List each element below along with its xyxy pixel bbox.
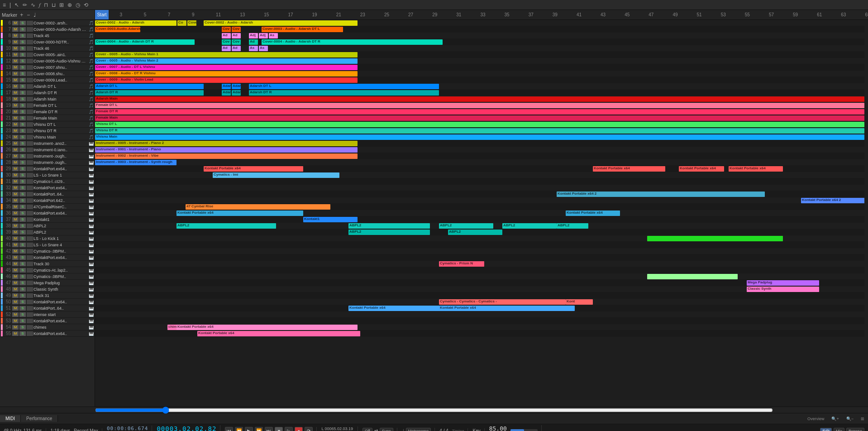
mute-btn-52[interactable]: M [12,312,19,317]
clip-8-0[interactable]: Ad [222,33,231,38]
clip-8-4[interactable]: As [269,33,278,38]
track-lane-20[interactable]: Female DT R [95,109,864,115]
clip-35-0[interactable]: 47 Cymbal Rise [186,204,330,210]
record-arm-btn-50[interactable] [27,300,33,304]
track-lane-51[interactable]: Kontakt Portable x64Kontakt Portable x64 [95,305,864,311]
mute-btn-55[interactable]: M [12,331,19,336]
edit-btn[interactable]: Edit [820,428,832,431]
clip-6-3[interactable]: Cover-0002 - Audio - Adarsh [204,20,358,26]
solo-btn-49[interactable]: S [19,293,26,298]
record-arm-btn-54[interactable] [27,325,33,330]
record-arm-btn-37[interactable] [27,217,33,222]
track-lane-18[interactable]: Adarsh Main [95,96,864,102]
mute-btn-34[interactable]: M [12,198,19,203]
clip-30-0[interactable]: Cymatics - Imi [213,172,339,178]
track-lane-11[interactable]: Cover - 0005 - Audio - Vishnu Main 1 [95,52,864,58]
track-lane-9[interactable]: Cover-0004 - Audio - Adarsh DT RCovCovAd… [95,39,864,45]
clip-9-1[interactable]: Cov [222,39,231,45]
record-arm-btn-12[interactable] [27,59,33,63]
track-lane-44[interactable]: Cymatics - Prism N [95,261,864,267]
mute-btn-40[interactable]: M [12,236,19,241]
clip-50-0[interactable]: Cymatics - Cymatics - Cymatics - [439,299,566,305]
ruler-numbers[interactable]: Start 3579111315171921232527293133353739… [95,10,868,19]
record-arm-btn-44[interactable] [27,262,33,266]
add-marker-icon[interactable]: + [19,12,24,18]
solo-btn-52[interactable]: S [19,312,26,317]
clip-16-2[interactable]: Adarsh? [232,84,241,89]
track-lane-13[interactable]: Cover - 0007 - Audio - DT L Vishnu [95,64,864,71]
clip-6-2[interactable]: Cover-9 [187,20,196,26]
clip-47-0[interactable]: Mega Padplug [747,280,819,286]
track-lane-28[interactable]: Instrument - 0003 - Instrument - Synth r… [95,159,864,166]
record-arm-btn-8[interactable] [27,34,33,38]
record-arm-btn-40[interactable] [27,236,33,241]
solo-btn-15[interactable]: S [19,78,26,82]
solo-btn-39[interactable]: S [19,230,26,235]
track-lane-49[interactable] [95,292,864,299]
clip-36-0[interactable]: Kontakt Portable x64 [176,211,303,216]
track-lane-26[interactable]: Instrument - 0001 - Instrument - Piano [95,147,864,153]
record-arm-btn-39[interactable] [27,230,33,235]
track-lane-24[interactable]: Vhisnu Main [95,134,864,140]
start-marker[interactable]: Start [95,10,109,19]
track-lane-55[interactable]: Kontakt Portable x64 [95,330,864,337]
mute-btn-11[interactable]: M [12,53,19,57]
track-lane-21[interactable]: Female Main [95,115,864,121]
track-lane-17[interactable]: Adarsh DT RAdarshAdarsh?Adarsh DT R [95,90,864,96]
clip-9-4[interactable]: Cover-0004 - Audio - Adarsh DT R [262,39,443,45]
clip-38-2[interactable]: ABPL2 [439,223,493,229]
record-arm-btn-27[interactable] [27,154,33,158]
sync-section[interactable]: Off ⇄ Sync [362,428,397,431]
record-arm-btn-14[interactable] [27,72,33,76]
mute-btn-9[interactable]: M [12,40,19,44]
clip-8-1[interactable]: Ad [232,33,241,38]
clip-7-2[interactable]: Cov [232,27,241,32]
solo-btn-10[interactable]: S [19,46,26,51]
record-arm-btn-48[interactable] [27,287,33,292]
solo-btn-34[interactable]: S [19,198,26,203]
clip-7-1[interactable]: Cov [222,27,231,32]
track-content[interactable]: Cover-0002 - Audio - AdarshCoCover-9Cove… [95,20,868,407]
clip-10-2[interactable]: As [249,46,258,51]
clip-16-1[interactable]: Adarsh [222,84,231,89]
solo-btn-8[interactable]: S [19,34,26,38]
clip-13-0[interactable]: Cover - 0007 - Audio - DT L Vishnu [95,65,358,70]
clip-34-0[interactable]: Kontakt Portable x64 2 [801,198,864,203]
solo-btn-50[interactable]: S [19,300,26,304]
clip-27-0[interactable]: Instrument - 0002 - Instrument - Vibe [95,153,358,159]
solo-btn-53[interactable]: S [19,319,26,323]
clip-20-0[interactable]: Female DT R [95,109,864,115]
size-icon[interactable]: ⊞ [857,416,868,422]
clip-25-0[interactable]: Instrument - 0005 - Instrument - Piano 2 [95,141,358,146]
clip-36-1[interactable]: Kontakt Portable x64 [566,211,620,216]
clip-16-3[interactable]: Adarsh DT L [249,84,439,89]
solo-btn-51[interactable]: S [19,306,26,311]
solo-btn-36[interactable]: S [19,211,26,216]
playback-controls[interactable]: ⏮ ⏪ ▶ ⏩ ⏭ ■ ▷ ● ⟳ [225,427,317,431]
clip-22-0[interactable]: Vhisnu DT L [95,122,864,127]
record-arm-btn-49[interactable] [27,293,33,298]
clip-17-1[interactable]: Adarsh [222,90,231,96]
mix-btn[interactable]: Mix [834,428,844,431]
record-arm-btn-35[interactable] [27,205,33,209]
record-arm-btn-6[interactable] [27,21,33,25]
mute-btn-49[interactable]: M [12,293,19,298]
record-arm-btn-20[interactable] [27,110,33,114]
track-lane-42[interactable] [95,248,864,254]
clip-7-0[interactable]: Cover-0003-Audio-Adarsh DT L [95,27,140,32]
track-lane-48[interactable]: Classic Synth [95,286,864,292]
function-icon[interactable]: 𝑓 [38,2,41,8]
solo-btn-37[interactable]: S [19,217,26,222]
mute-btn-14[interactable]: M [12,72,19,76]
track-lane-7[interactable]: Cover-0003-Audio-Adarsh DT LCovCovCover-… [95,26,864,33]
hscroll-slider[interactable] [95,407,773,414]
track-lane-36[interactable]: Kontakt Portable x64Kontakt Portable x64 [95,210,864,216]
record-arm-btn-55[interactable] [27,331,33,336]
clip-9-3[interactable]: Ad [249,39,258,45]
record-arm-btn-7[interactable] [27,27,33,32]
clip-10-1[interactable]: Ad [232,46,241,51]
clip-48-0[interactable]: Classic Synth [747,287,819,292]
solo-btn-22[interactable]: S [19,122,26,127]
unblock-icon[interactable]: ⊔ [51,2,57,8]
solo-btn-18[interactable]: S [19,97,26,101]
